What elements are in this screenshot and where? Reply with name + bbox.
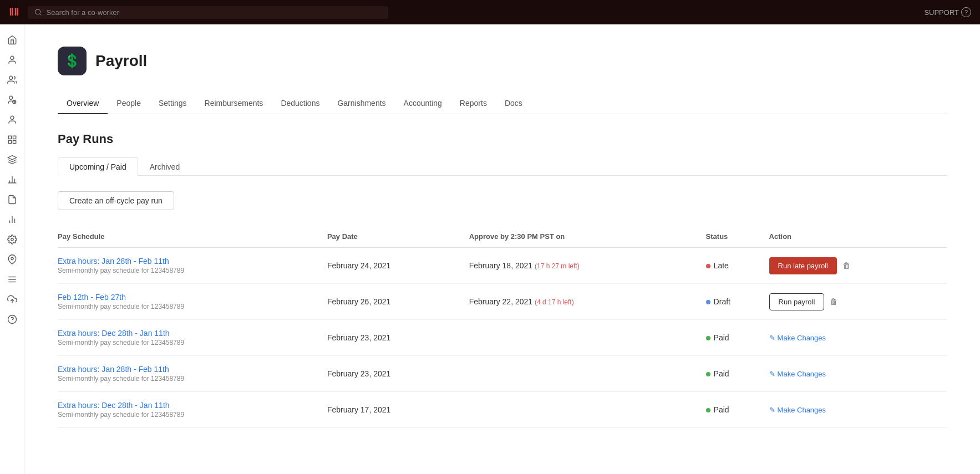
svg-point-25 xyxy=(8,315,16,324)
svg-point-0 xyxy=(35,9,40,14)
main-content: 💲 Payroll Overview People Settings Reimb… xyxy=(24,24,980,474)
upload-icon[interactable] xyxy=(3,290,21,308)
make-changes-button[interactable]: ✎ Make Changes xyxy=(769,370,826,378)
svg-point-20 xyxy=(11,257,13,260)
action-cell: ✎ Make Changes xyxy=(769,356,947,392)
search-icon xyxy=(34,8,42,16)
run-payroll-button[interactable]: Run payroll xyxy=(769,293,825,310)
delete-icon[interactable]: 🗑 xyxy=(842,261,850,270)
approve-by: February 22, 2021 (4 d 17 h left) xyxy=(469,284,706,320)
col-approve-by: Approve by 2:30 PM PST on xyxy=(469,228,706,248)
tab-reports[interactable]: Reports xyxy=(451,93,496,114)
pay-date: February 23, 2021 xyxy=(327,320,469,356)
status-cell: Paid xyxy=(706,392,769,428)
svg-point-19 xyxy=(11,238,13,241)
action-cell: Run payroll 🗑 xyxy=(769,284,947,320)
tab-people[interactable]: People xyxy=(108,93,150,114)
run-late-payroll-button[interactable]: Run late payroll xyxy=(769,257,837,274)
status-cell: Paid xyxy=(706,356,769,392)
location-icon[interactable] xyxy=(3,251,21,268)
status-dot xyxy=(706,264,710,268)
search-input[interactable] xyxy=(47,8,382,17)
status-text: Paid xyxy=(714,405,729,414)
action-cell: Run late payroll 🗑 xyxy=(769,248,947,284)
svg-rect-9 xyxy=(8,141,11,144)
svg-point-6 xyxy=(11,116,14,119)
svg-line-1 xyxy=(39,14,40,15)
status-text: Paid xyxy=(714,333,729,342)
pay-schedule-sub: Semi-monthly pay schedule for 123458789 xyxy=(58,411,321,419)
settings-icon[interactable] xyxy=(3,231,21,248)
pay-date: February 17, 2021 xyxy=(327,392,469,428)
svg-rect-10 xyxy=(13,141,16,144)
action-cell: ✎ Make Changes xyxy=(769,320,947,356)
topnav-right: SUPPORT ? xyxy=(924,7,971,17)
status-text: Paid xyxy=(714,369,729,378)
people-icon[interactable] xyxy=(3,51,21,69)
edit-icon: ✎ xyxy=(769,334,775,342)
approve-by xyxy=(469,392,706,428)
action-cell: ✎ Make Changes xyxy=(769,392,947,428)
status-cell: Draft xyxy=(706,284,769,320)
col-status: Status xyxy=(706,228,769,248)
svg-rect-8 xyxy=(13,136,16,139)
subtab-upcoming[interactable]: Upcoming / Paid xyxy=(58,157,138,176)
tab-settings[interactable]: Settings xyxy=(150,93,196,114)
support-link[interactable]: SUPPORT ? xyxy=(924,7,971,17)
table-row: Extra hours: Jan 28th - Feb 11th Semi-mo… xyxy=(58,248,947,284)
pay-schedule-link[interactable]: Extra hours: Jan 28th - Feb 11th xyxy=(58,257,321,266)
help-icon[interactable] xyxy=(3,310,21,328)
delete-icon[interactable]: 🗑 xyxy=(830,297,837,306)
apps-icon[interactable] xyxy=(3,131,21,149)
col-pay-schedule: Pay Schedule xyxy=(58,228,327,248)
svg-point-4 xyxy=(9,96,12,99)
doc-icon[interactable] xyxy=(3,191,21,208)
chart-bar-icon[interactable] xyxy=(3,171,21,188)
section-title: Pay Runs xyxy=(58,132,947,146)
subtab-nav: Upcoming / Paid Archived xyxy=(58,157,947,176)
search-bar[interactable] xyxy=(28,6,388,19)
team-icon[interactable] xyxy=(3,71,21,89)
analytics-icon[interactable] xyxy=(3,211,21,228)
pay-schedule-sub: Semi-monthly pay schedule for 123458789 xyxy=(58,267,321,274)
table-row: Extra hours: Dec 28th - Jan 11th Semi-mo… xyxy=(58,320,947,356)
tab-overview[interactable]: Overview xyxy=(58,93,108,114)
app-logo[interactable]: ⅡⅡ xyxy=(9,6,19,18)
pay-schedule-sub: Semi-monthly pay schedule for 123458789 xyxy=(58,375,321,383)
make-changes-button[interactable]: ✎ Make Changes xyxy=(769,406,826,414)
person-icon[interactable] xyxy=(3,111,21,129)
status-dot xyxy=(706,372,710,376)
tab-reimbursements[interactable]: Reimbursements xyxy=(196,93,272,114)
edit-icon: ✎ xyxy=(769,370,775,378)
edit-icon: ✎ xyxy=(769,406,775,414)
pay-date: February 23, 2021 xyxy=(327,356,469,392)
tab-accounting[interactable]: Accounting xyxy=(395,93,451,114)
status-cell: Late xyxy=(706,248,769,284)
pay-schedule-link[interactable]: Extra hours: Jan 28th - Feb 11th xyxy=(58,365,321,374)
pay-schedule-link[interactable]: Extra hours: Dec 28th - Jan 11th xyxy=(58,401,321,410)
status-text: Draft xyxy=(714,297,730,306)
make-changes-button[interactable]: ✎ Make Changes xyxy=(769,334,826,342)
create-off-cycle-button[interactable]: Create an off-cycle pay run xyxy=(58,191,174,210)
status-cell: Paid xyxy=(706,320,769,356)
groups-icon[interactable] xyxy=(3,91,21,109)
approve-by xyxy=(469,320,706,356)
subtab-archived[interactable]: Archived xyxy=(138,157,191,176)
tab-deductions[interactable]: Deductions xyxy=(272,93,328,114)
tab-docs[interactable]: Docs xyxy=(496,93,531,114)
col-pay-date: Pay Date xyxy=(327,228,469,248)
layers-icon[interactable] xyxy=(3,151,21,169)
status-dot xyxy=(706,336,710,340)
pay-schedule-link[interactable]: Extra hours: Dec 28th - Jan 11th xyxy=(58,329,321,338)
pay-date: February 26, 2021 xyxy=(327,284,469,320)
status-dot xyxy=(706,408,710,412)
list-icon[interactable] xyxy=(3,271,21,288)
pay-schedule-link[interactable]: Feb 12th - Feb 27th xyxy=(58,293,321,302)
svg-marker-11 xyxy=(8,156,16,160)
tab-garnishments[interactable]: Garnishments xyxy=(328,93,394,114)
tab-nav: Overview People Settings Reimbursements … xyxy=(58,93,947,114)
payroll-app-icon: 💲 xyxy=(58,47,87,75)
home-icon[interactable] xyxy=(3,31,21,49)
sidebar xyxy=(0,24,24,474)
pay-schedule-sub: Semi-monthly pay schedule for 123458789 xyxy=(58,303,321,310)
